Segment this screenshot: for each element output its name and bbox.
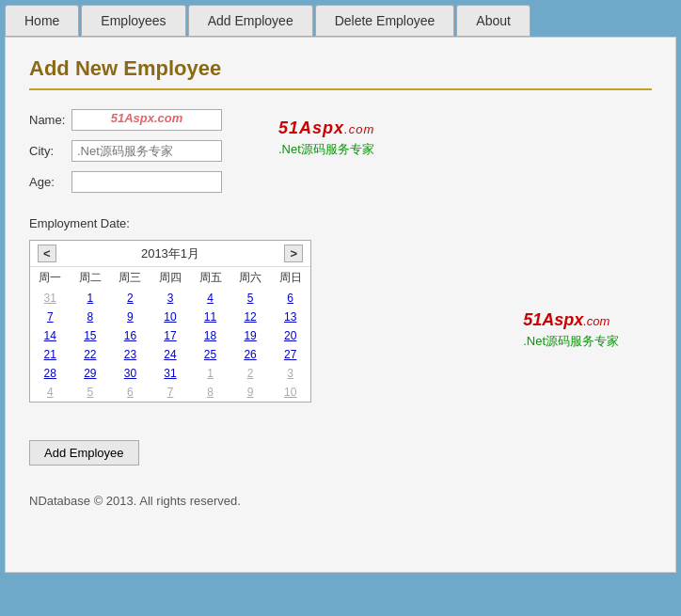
watermark-red-right: 51Aspx.com: [278, 118, 374, 138]
calendar-day-link[interactable]: 14: [44, 329, 56, 342]
nav-item-about[interactable]: About: [456, 5, 531, 37]
calendar-day-link[interactable]: 15: [84, 329, 96, 342]
calendar-day-link[interactable]: 18: [204, 329, 216, 342]
calendar-day-link[interactable]: 22: [84, 348, 96, 361]
calendar-day-cell: 5: [230, 289, 271, 308]
calendar-day-link[interactable]: 27: [284, 348, 296, 361]
calendar-day-link[interactable]: 30: [124, 367, 136, 380]
calendar-day-link[interactable]: 19: [244, 329, 256, 342]
calendar-week-row: 31123456: [30, 289, 310, 308]
calendar-day-link[interactable]: 28: [44, 367, 56, 380]
calendar-week-row: 21222324252627: [30, 345, 310, 364]
form-section: Name: 51Aspx.com City: Age: -1 5: [29, 109, 652, 202]
main-content: Add New Employee Name: 51Aspx.com City:: [5, 37, 676, 573]
weekday-header: 周四: [150, 267, 191, 289]
calendar-day-link[interactable]: 31: [44, 292, 56, 305]
weekday-header: 周日: [270, 267, 310, 289]
calendar-day-link[interactable]: 7: [47, 310, 54, 324]
calendar-day-cell: 7: [150, 383, 191, 402]
nav-item-employees[interactable]: Employees: [81, 5, 185, 37]
calendar-day-link[interactable]: 10: [284, 386, 296, 399]
calendar-week-row: 28293031123: [30, 364, 310, 383]
calendar-day-link[interactable]: 9: [127, 310, 134, 324]
calendar-day-link[interactable]: 17: [164, 329, 176, 342]
calendar-day-link[interactable]: 5: [87, 386, 94, 399]
calendar-day-link[interactable]: 8: [207, 386, 214, 399]
calendar-day-link[interactable]: 3: [167, 292, 174, 305]
calendar-day-link[interactable]: 4: [47, 386, 54, 399]
calendar-next-button[interactable]: >: [284, 245, 303, 262]
right-watermark-block: 51Aspx.com .Net源码服务专家: [278, 109, 374, 202]
calendar-day-link[interactable]: 25: [204, 348, 216, 361]
calendar-day-link[interactable]: 10: [164, 310, 176, 324]
calendar-day-link[interactable]: 2: [247, 367, 254, 380]
calendar-day-cell: 12: [230, 308, 271, 326]
age-input[interactable]: -1: [71, 171, 222, 193]
calendar-day-cell: 25: [190, 345, 230, 364]
calendar-day-cell: 16: [110, 326, 150, 345]
calendar-day-cell: 30: [110, 364, 150, 383]
footer: NDatabase © 2013. All rights reserved.: [29, 494, 652, 508]
calendar-day-link[interactable]: 8: [87, 310, 94, 324]
calendar-day-cell: 2: [110, 289, 150, 308]
calendar-day-link[interactable]: 11: [204, 310, 216, 324]
calendar-day-cell: 26: [230, 345, 271, 364]
calendar-day-link[interactable]: 23: [124, 348, 136, 361]
calendar-header: < 2013年1月 >: [30, 241, 310, 267]
nav-item-home[interactable]: Home: [5, 5, 79, 37]
calendar-day-link[interactable]: 9: [247, 386, 254, 399]
calendar-day-link[interactable]: 20: [284, 329, 296, 342]
name-label: Name:: [29, 113, 71, 127]
name-input[interactable]: [71, 109, 222, 131]
calendar-grid: 周一周二周三周四周五周六周日 3112345678910111213141516…: [30, 267, 310, 402]
calendar-day-cell: 23: [110, 345, 150, 364]
calendar-day-link[interactable]: 6: [127, 386, 134, 399]
add-employee-button[interactable]: Add Employee: [29, 440, 139, 466]
calendar-prev-button[interactable]: <: [38, 245, 56, 262]
calendar-day-cell: 7: [30, 308, 71, 326]
calendar-day-cell: 10: [150, 308, 191, 326]
calendar-day-cell: 6: [110, 383, 150, 402]
calendar-day-link[interactable]: 16: [124, 329, 136, 342]
watermark-red-bottom: 51Aspx.com: [523, 310, 619, 330]
calendar-day-cell: 5: [71, 383, 111, 402]
calendar-day-link[interactable]: 24: [164, 348, 176, 361]
name-row: Name: 51Aspx.com: [29, 109, 222, 131]
calendar-day-cell: 24: [150, 345, 191, 364]
calendar-day-cell: 31: [30, 289, 71, 308]
age-label: Age:: [29, 175, 71, 189]
nav-item-add-employee[interactable]: Add Employee: [188, 5, 313, 37]
age-row: Age: -1: [29, 171, 222, 193]
employment-date-label: Employment Date:: [29, 216, 652, 230]
city-input[interactable]: [71, 140, 222, 162]
calendar-day-cell: 8: [71, 308, 111, 326]
calendar-day-cell: 11: [190, 308, 230, 326]
calendar-day-cell: 3: [270, 364, 310, 383]
calendar-day-link[interactable]: 31: [164, 367, 176, 380]
calendar-day-link[interactable]: 12: [244, 310, 256, 324]
calendar-day-cell: 27: [270, 345, 310, 364]
calendar-day-cell: 15: [71, 326, 111, 345]
city-label: City:: [29, 144, 71, 158]
calendar-day-cell: 29: [71, 364, 111, 383]
calendar-day-link[interactable]: 5: [247, 292, 254, 305]
calendar-day-link[interactable]: 26: [244, 348, 256, 361]
calendar-day-link[interactable]: 1: [207, 367, 214, 380]
calendar-day-link[interactable]: 21: [44, 348, 56, 361]
calendar-day-link[interactable]: 6: [287, 292, 293, 305]
calendar-day-link[interactable]: 1: [87, 292, 94, 305]
calendar-day-link[interactable]: 4: [207, 292, 214, 305]
calendar-day-link[interactable]: 3: [287, 367, 293, 380]
calendar-day-cell: 3: [150, 289, 191, 308]
calendar-day-cell: 4: [190, 289, 230, 308]
nav-item-delete-employee[interactable]: Delete Employee: [315, 5, 455, 37]
title-divider: [29, 88, 652, 90]
calendar-day-cell: 19: [230, 326, 271, 345]
calendar-day-link[interactable]: 2: [127, 292, 134, 305]
calendar-day-cell: 8: [190, 383, 230, 402]
calendar-day-link[interactable]: 13: [284, 310, 296, 324]
calendar-day-link[interactable]: 7: [167, 386, 174, 399]
calendar-day-link[interactable]: 29: [84, 367, 96, 380]
calendar-day-cell: 1: [190, 364, 230, 383]
calendar-weekdays-row: 周一周二周三周四周五周六周日: [30, 267, 310, 289]
